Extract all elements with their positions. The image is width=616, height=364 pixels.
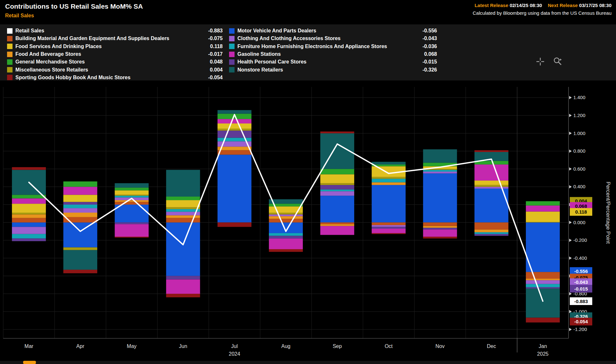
bar-segment-nonstore-retailers[interactable] (526, 289, 560, 318)
bar-segment-sporting-goods-hobby-book-music[interactable] (63, 270, 97, 273)
bar-segment-furniture-electronics-appliance-stores[interactable] (166, 209, 200, 212)
bar-segment-sporting-goods-hobby-book-music[interactable] (269, 249, 303, 252)
bar-segment-gasoline-stations[interactable] (475, 165, 509, 181)
legend-item[interactable]: Food And Beverage Stores-0.017 (7, 50, 223, 58)
bar-segment-building-material-garden-equipment[interactable] (12, 218, 46, 223)
bar-segment-gasoline-stations[interactable] (320, 226, 354, 235)
bar-segment-general-merchandise-stores[interactable] (526, 201, 560, 205)
bar-segment-clothing-accessories-stores[interactable] (372, 225, 406, 227)
bar-segment-building-material-garden-equipment[interactable] (320, 223, 354, 224)
bar-segment-furniture-electronics-appliance-stores[interactable] (269, 233, 303, 236)
bar-segment-food-services-drinking-places[interactable] (115, 190, 149, 195)
bar-segment-gasoline-stations[interactable] (372, 229, 406, 233)
chart-canvas[interactable]: -1.200-1.000-0.800-0.600-0.400-0.2000.00… (0, 80, 616, 364)
bar-segment-gasoline-stations[interactable] (423, 230, 457, 237)
bar-segment-sporting-goods-hobby-book-music[interactable] (423, 237, 457, 239)
legend-item[interactable]: Retail Sales-0.883 (7, 27, 223, 35)
bar-segment-food-services-drinking-places[interactable] (475, 181, 509, 185)
bar-segment-gasoline-stations[interactable] (12, 199, 46, 204)
bar-segment-building-material-garden-equipment[interactable] (475, 223, 509, 230)
bar-segment-motor-vehicle-and-parts-dealers[interactable] (372, 185, 406, 223)
bar-segment-food-and-beverage-stores[interactable] (423, 226, 457, 228)
bar-segment-food-services-drinking-places[interactable] (218, 123, 252, 129)
bar-segment-general-merchandise-stores[interactable] (166, 197, 200, 200)
bar-segment-furniture-electronics-appliance-stores[interactable] (12, 234, 46, 239)
bar-segment-food-and-beverage-stores[interactable] (475, 230, 509, 232)
bar-segment-clothing-accessories-stores[interactable] (63, 208, 97, 213)
bar-segment-building-material-garden-equipment[interactable] (218, 150, 252, 155)
bar-segment-food-services-drinking-places[interactable] (526, 212, 560, 222)
bar-segment-furniture-electronics-appliance-stores[interactable] (475, 232, 509, 234)
bar-segment-furniture-electronics-appliance-stores[interactable] (423, 170, 457, 172)
bar-segment-motor-vehicle-and-parts-dealers[interactable] (320, 196, 354, 222)
legend-item[interactable]: Nonstore Retailers-0.326 (229, 66, 437, 73)
legend-item[interactable]: Motor Vehicle And Parts Dealers-0.556 (229, 27, 437, 35)
bar-segment-health-personal-care-stores[interactable] (423, 228, 457, 230)
bar-segment-clothing-accessories-stores[interactable] (475, 187, 509, 189)
bar-segment-furniture-electronics-appliance-stores[interactable] (526, 284, 560, 287)
bar-segment-food-services-drinking-places[interactable] (63, 195, 97, 202)
bar-segment-health-personal-care-stores[interactable] (12, 239, 46, 241)
bar-segment-gasoline-stations[interactable] (526, 206, 560, 212)
bar-segment-miscellaneous-store-retailers[interactable] (63, 247, 97, 250)
bar-segment-building-material-garden-equipment[interactable] (423, 223, 457, 226)
bar-segment-food-and-beverage-stores[interactable] (269, 216, 303, 219)
bar-segment-clothing-accessories-stores[interactable] (320, 191, 354, 196)
bar-segment-food-services-drinking-places[interactable] (12, 204, 46, 213)
bar-segment-food-and-beverage-stores[interactable] (63, 213, 97, 217)
bar-segment-motor-vehicle-and-parts-dealers[interactable] (423, 174, 457, 223)
bar-segment-health-personal-care-stores[interactable] (526, 287, 560, 289)
legend-item[interactable]: Clothing And Clothing Accessories Stores… (229, 35, 437, 42)
bar-segment-sporting-goods-hobby-book-music[interactable] (115, 237, 149, 238)
bar-segment-health-personal-care-stores[interactable] (372, 227, 406, 229)
bar-segment-building-material-garden-equipment[interactable] (115, 202, 149, 205)
bar-segment-general-merchandise-stores[interactable] (115, 188, 149, 190)
bar-segment-furniture-electronics-appliance-stores[interactable] (320, 190, 354, 191)
horizontal-scrollbar[interactable] (0, 361, 616, 364)
bar-segment-miscellaneous-store-retailers[interactable] (218, 129, 252, 131)
bar-segment-food-and-beverage-stores[interactable] (372, 182, 406, 185)
legend-item[interactable]: Health Personal Care Stores-0.015 (229, 58, 437, 66)
bar-segment-furniture-electronics-appliance-stores[interactable] (372, 179, 406, 182)
bar-segment-miscellaneous-store-retailers[interactable] (320, 183, 354, 185)
bar-segment-health-personal-care-stores[interactable] (320, 185, 354, 190)
legend-item[interactable]: Miscellaneous Store Retailers0.004 (7, 66, 223, 73)
bar-segment-sporting-goods-hobby-book-music[interactable] (372, 233, 406, 234)
bar-segment-motor-vehicle-and-parts-dealers[interactable] (12, 223, 46, 227)
bar-segment-building-material-garden-equipment[interactable] (372, 223, 406, 225)
bar-segment-sporting-goods-hobby-book-music[interactable] (12, 167, 46, 170)
legend-item[interactable]: Building Material And Garden Equipment A… (7, 35, 223, 42)
legend-item[interactable]: General Merchandise Stores0.048 (7, 58, 223, 66)
bar-segment-food-and-beverage-stores[interactable] (12, 215, 46, 218)
bar-segment-sporting-goods-hobby-book-music[interactable] (526, 318, 560, 323)
bar-segment-general-merchandise-stores[interactable] (320, 169, 354, 174)
bar-segment-motor-vehicle-and-parts-dealers[interactable] (218, 155, 252, 222)
bar-segment-clothing-accessories-stores[interactable] (423, 172, 457, 174)
bar-segment-food-and-beverage-stores[interactable] (526, 279, 560, 280)
bar-segment-gasoline-stations[interactable] (218, 119, 252, 123)
bar-segment-motor-vehicle-and-parts-dealers[interactable] (166, 223, 200, 276)
legend-item[interactable]: Gasoline Stations0.068 (229, 50, 437, 58)
bar-segment-gasoline-stations[interactable] (269, 239, 303, 249)
bar-segment-general-merchandise-stores[interactable] (63, 182, 97, 187)
bar-segment-miscellaneous-store-retailers[interactable] (372, 177, 406, 179)
bar-segment-health-personal-care-stores[interactable] (475, 234, 509, 236)
bar-segment-food-services-drinking-places[interactable] (320, 174, 354, 183)
bar-segment-motor-vehicle-and-parts-dealers[interactable] (526, 223, 560, 272)
bar-segment-motor-vehicle-and-parts-dealers[interactable] (63, 223, 97, 248)
bar-segment-food-and-beverage-stores[interactable] (218, 147, 252, 150)
bar-segment-nonstore-retailers[interactable] (63, 250, 97, 270)
bar-segment-health-personal-care-stores[interactable] (115, 223, 149, 224)
bar-segment-motor-vehicle-and-parts-dealers[interactable] (115, 205, 149, 223)
bar-segment-furniture-electronics-appliance-stores[interactable] (115, 196, 149, 198)
bar-segment-miscellaneous-store-retailers[interactable] (475, 185, 509, 187)
legend-item[interactable]: Furniture Home Furnishing Electronics An… (229, 43, 437, 50)
bar-segment-miscellaneous-store-retailers[interactable] (166, 207, 200, 209)
bar-segment-general-merchandise-stores[interactable] (12, 195, 46, 198)
bar-segment-clothing-accessories-stores[interactable] (12, 227, 46, 234)
bar-segment-nonstore-retailers[interactable] (372, 162, 406, 165)
scrollbar-thumb[interactable] (23, 361, 36, 364)
bar-segment-furniture-electronics-appliance-stores[interactable] (63, 205, 97, 208)
bar-segment-miscellaneous-store-retailers[interactable] (526, 222, 560, 222)
bar-segment-building-material-garden-equipment[interactable] (166, 218, 200, 223)
